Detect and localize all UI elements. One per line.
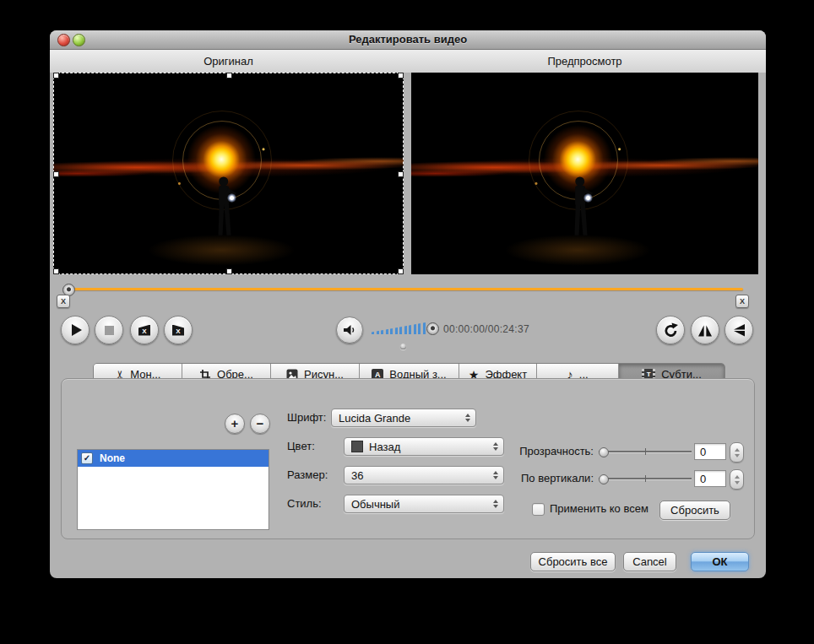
- set-start-point-button[interactable]: X: [130, 316, 159, 344]
- subtitle-list[interactable]: ✓ None: [77, 449, 269, 530]
- item-label: None: [100, 452, 125, 464]
- size-label: Размер:: [287, 466, 328, 484]
- person-silhouette: [568, 176, 594, 238]
- dropdown-arrows-icon: [462, 412, 473, 424]
- crop-handle-ne[interactable]: [398, 73, 404, 78]
- flip-horizontal-icon: [697, 323, 714, 338]
- color-swatch: [351, 441, 363, 452]
- crop-handle-sw[interactable]: [53, 268, 59, 274]
- original-pane-label: Оригинал: [53, 50, 404, 73]
- timeline-track[interactable]: [68, 288, 743, 290]
- title-bar[interactable]: Редактировать видео: [50, 30, 766, 50]
- trim-end-marker[interactable]: X: [735, 295, 749, 308]
- screen: Редактировать видео Оригинал Предпросмот…: [0, 0, 814, 644]
- window-title: Редактировать видео: [50, 30, 766, 49]
- original-video-pane[interactable]: [53, 73, 404, 274]
- font-label: Шрифт:: [287, 409, 326, 427]
- slider-tick: [645, 475, 646, 482]
- vertical-value-field[interactable]: 0: [694, 470, 726, 487]
- trim-start-marker[interactable]: X: [57, 295, 70, 308]
- slider-knob[interactable]: [599, 447, 609, 457]
- vertical-label: По вертикали:: [467, 469, 594, 488]
- crop-handle-e[interactable]: [398, 171, 404, 177]
- preview-pane-label: Предпросмотр: [411, 50, 758, 73]
- opacity-slider[interactable]: [599, 446, 692, 457]
- time-display: 00:00:00/00:24:37: [443, 323, 529, 335]
- reset-button[interactable]: Сбросить: [659, 501, 730, 520]
- stop-button[interactable]: [95, 316, 123, 344]
- crop-handle-s[interactable]: [226, 268, 232, 274]
- dropdown-arrows-icon: [490, 498, 501, 510]
- preview-video-pane: [411, 73, 758, 274]
- style-label: Стиль:: [287, 495, 322, 513]
- reset-all-button[interactable]: Сбросить все: [530, 552, 616, 571]
- subtitle-list-item[interactable]: ✓ None: [78, 450, 269, 467]
- crop-selection[interactable]: [53, 73, 404, 274]
- color-value: Назад: [369, 441, 400, 453]
- flip-vertical-icon: [731, 322, 746, 338]
- size-value: 36: [351, 469, 363, 482]
- font-value: Lucida Grande: [339, 412, 410, 425]
- edit-video-dialog: Редактировать видео Оригинал Предпросмот…: [50, 30, 766, 578]
- flag-in-icon: X: [138, 325, 150, 336]
- add-subtitle-button[interactable]: +: [225, 414, 245, 434]
- rotate-button[interactable]: [656, 316, 685, 344]
- volume-slider[interactable]: [372, 322, 426, 334]
- rotate-icon: [663, 322, 679, 338]
- crop-handle-w[interactable]: [53, 171, 59, 177]
- ok-button[interactable]: ОК: [691, 552, 749, 571]
- play-icon: [72, 324, 82, 336]
- opacity-stepper[interactable]: [730, 442, 744, 463]
- crop-handle-nw[interactable]: [53, 73, 59, 78]
- vertical-slider[interactable]: [599, 474, 692, 484]
- apply-to-all-checkbox[interactable]: [532, 503, 545, 516]
- item-checkbox[interactable]: ✓: [81, 452, 93, 464]
- style-value: Обычный: [351, 498, 399, 511]
- flip-vertical-button[interactable]: [724, 316, 753, 344]
- slider-tick: [645, 448, 646, 455]
- apply-to-all-label: Применить ко всем: [550, 501, 648, 517]
- subtitle-settings-panel: + − ✓ None Шрифт: Lucida Grande Цвет: На…: [61, 378, 755, 539]
- stop-icon: [105, 326, 114, 335]
- pane-label-strip: Оригинал Предпросмотр: [50, 50, 766, 73]
- color-label: Цвет:: [287, 437, 315, 456]
- opacity-label: Прозрачность:: [467, 442, 594, 461]
- mute-button[interactable]: [336, 317, 363, 344]
- close-button[interactable]: [57, 34, 70, 46]
- volume-knob[interactable]: [426, 322, 439, 335]
- speaker-icon: [343, 324, 357, 336]
- crop-handle-se[interactable]: [398, 268, 404, 274]
- play-button[interactable]: [61, 316, 90, 344]
- panel-resize-grip[interactable]: [400, 344, 406, 349]
- cancel-button[interactable]: Cancel: [623, 552, 676, 571]
- set-end-point-button[interactable]: X: [164, 316, 193, 344]
- vertical-stepper[interactable]: [730, 469, 744, 490]
- flag-out-icon: X: [172, 325, 184, 336]
- remove-subtitle-button[interactable]: −: [250, 414, 270, 434]
- font-dropdown[interactable]: Lucida Grande: [331, 409, 476, 427]
- slider-knob[interactable]: [599, 474, 609, 484]
- crop-handle-n[interactable]: [226, 73, 232, 78]
- style-dropdown[interactable]: Обычный: [344, 495, 504, 513]
- minimize-button[interactable]: [73, 34, 85, 46]
- flip-horizontal-button[interactable]: [691, 316, 719, 344]
- opacity-value-field[interactable]: 0: [694, 443, 726, 460]
